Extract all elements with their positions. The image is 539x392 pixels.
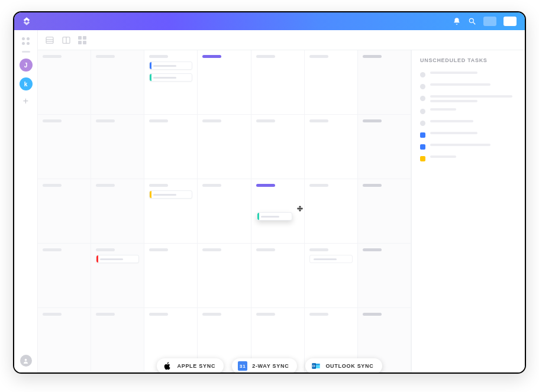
date-placeholder [149,55,168,58]
topbar-chip-2[interactable] [504,17,517,26]
date-placeholder [149,248,168,251]
task-status-dot [420,84,425,89]
date-placeholder [202,55,221,58]
calendar-cell[interactable] [358,179,411,244]
board-view-icon[interactable] [62,35,71,45]
task-title-placeholder [430,144,490,146]
unscheduled-task[interactable] [420,120,517,126]
calendar-cell[interactable] [305,179,358,244]
date-placeholder [363,313,382,316]
avatar-j[interactable]: J [20,59,33,72]
top-bar [14,12,525,30]
calendar-cell[interactable] [358,115,411,179]
calendar-cell[interactable] [358,50,411,115]
calendar-event[interactable] [149,190,192,199]
search-icon[interactable] [468,17,476,25]
date-placeholder [43,119,62,122]
calendar-cell[interactable] [91,179,144,244]
date-placeholder [309,313,328,316]
unscheduled-title: UNSCHEDULED TASKS [420,57,517,63]
calendar-cell[interactable] [358,244,411,308]
content-row: UNSCHEDULED TASKS [38,50,525,372]
calendar-cell[interactable] [91,115,144,179]
calendar-cell[interactable] [251,50,305,115]
date-placeholder [96,55,115,58]
calendar-event[interactable] [309,255,353,263]
task-title-placeholder [430,132,477,134]
topbar-chip-1[interactable] [483,17,496,26]
calendar-cell[interactable] [144,244,198,308]
list-view-icon[interactable] [45,35,54,45]
calendar-cell[interactable] [305,244,358,308]
calendar-cell[interactable] [305,50,358,115]
calendar-cell[interactable] [198,115,251,179]
calendar-cell[interactable] [91,50,144,115]
unscheduled-task[interactable] [420,108,517,114]
calendar-cell[interactable] [251,115,305,179]
task-title-placeholder [430,95,512,98]
apple-sync-label: APPLE SYNC [177,363,215,369]
calendar-cell[interactable] [251,244,305,308]
calendar-event[interactable] [149,61,192,70]
date-placeholder [149,184,168,187]
apple-sync-pill[interactable]: APPLE SYNC [157,358,224,374]
date-placeholder [309,184,328,187]
add-space-plus-icon[interactable]: + [23,96,28,106]
calendar-cell[interactable] [144,179,198,244]
date-placeholder [96,119,115,122]
date-placeholder [363,119,382,122]
apple-icon [163,361,172,371]
unscheduled-task[interactable] [420,95,517,102]
unscheduled-task[interactable] [420,144,517,150]
avatar-k[interactable]: k [20,77,33,90]
unscheduled-task[interactable] [420,72,517,77]
calendar-cell[interactable] [144,50,198,115]
calendar-event[interactable] [96,255,139,263]
unscheduled-task[interactable] [420,155,517,161]
dragging-event[interactable] [257,212,292,221]
calendar-cell[interactable] [38,50,91,115]
date-placeholder [309,119,328,122]
two-way-sync-pill[interactable]: 31 2-WAY SYNC [232,358,297,374]
date-placeholder [256,55,275,58]
task-status-dot [420,72,425,77]
calendar-event[interactable] [149,73,192,82]
calendar-cell[interactable] [38,179,91,244]
app-body: J k + [14,30,525,372]
svg-point-0 [469,18,473,22]
sync-pills: APPLE SYNC 31 2-WAY SYNC O OUTLOOK SYNC [14,358,525,374]
svg-line-1 [473,22,476,25]
date-placeholder [202,248,221,251]
apps-grip-icon[interactable] [21,37,31,45]
view-toolbar [38,30,525,50]
calendar-cell[interactable] [144,115,198,179]
outlook-sync-pill[interactable]: O OUTLOOK SYNC [305,358,382,374]
date-placeholder [43,55,62,58]
calendar-cell[interactable] [305,115,358,179]
date-placeholder [256,248,275,251]
calendar-cell[interactable] [198,244,251,308]
calendar-cell[interactable] [38,244,91,308]
task-title-placeholder [430,120,473,122]
unscheduled-task[interactable] [420,132,517,138]
date-placeholder [309,248,328,251]
calendar-cell[interactable] [198,50,251,115]
move-cursor-icon [296,205,304,213]
calendar-grid[interactable] [38,50,411,372]
task-title-placeholder [430,72,477,74]
left-sidebar: J k + [14,30,38,372]
date-placeholder [202,184,221,187]
task-status-dot [420,121,425,126]
date-placeholder [363,248,382,251]
notifications-bell-icon[interactable] [453,17,461,25]
svg-rect-3 [46,37,53,43]
date-placeholder [256,119,275,122]
task-title-placeholder [430,83,490,86]
calendar-cell[interactable] [38,115,91,179]
calendar-cell[interactable] [91,244,144,308]
task-color-square [420,144,425,150]
grid-view-icon[interactable] [78,36,88,44]
unscheduled-task[interactable] [420,83,517,89]
calendar-cell[interactable] [198,179,251,244]
date-placeholder [96,184,115,187]
